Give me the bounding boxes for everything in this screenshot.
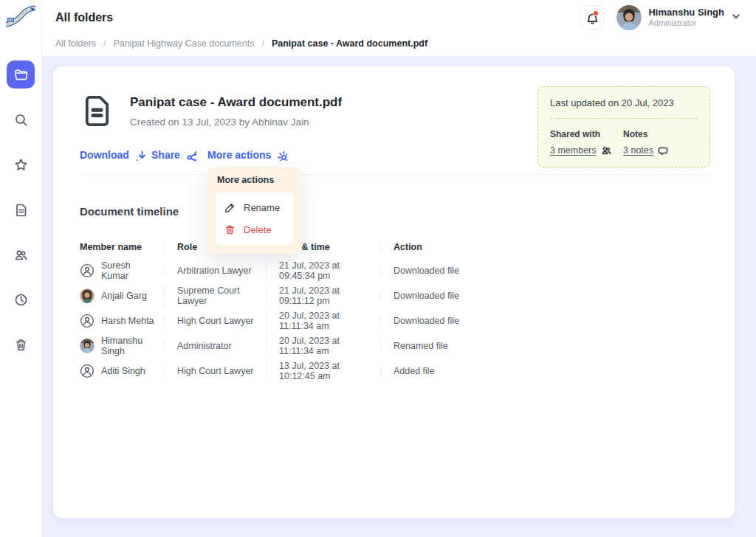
member-name: Aditi Singh xyxy=(101,366,145,376)
more-actions-label: More actions xyxy=(207,149,271,161)
share-label: Share xyxy=(151,149,180,161)
timeline-table-header: Member name Role Date & time Action xyxy=(80,236,712,258)
member-avatar xyxy=(80,263,94,278)
row-datetime: 21 Jul, 2023 at 09:11:12 pm xyxy=(266,285,380,306)
page-title: All folders xyxy=(55,11,113,24)
download-icon xyxy=(134,150,145,161)
trash-icon xyxy=(13,337,29,353)
rename-label: Rename xyxy=(244,202,280,213)
comment-icon xyxy=(658,145,668,156)
member-avatar-icon xyxy=(80,339,94,353)
sidebar-item-starred[interactable] xyxy=(7,150,35,179)
search-icon xyxy=(13,112,29,128)
delete-menu-item[interactable]: Delete xyxy=(224,224,284,235)
breadcrumb-item-case-folder[interactable]: Panipat Highway Case documents xyxy=(113,38,254,49)
column-header-action: Action xyxy=(380,242,712,252)
notes-label: Notes xyxy=(623,129,668,139)
download-label: Download xyxy=(80,149,129,161)
gear-icon xyxy=(276,150,287,161)
download-button[interactable]: Download xyxy=(80,149,151,161)
member-avatar xyxy=(80,339,94,353)
member-role: Arbitration Lawyer xyxy=(164,266,266,276)
row-datetime: 20 Jul, 2023 at 11:11:34 am xyxy=(266,311,380,331)
table-row: Aditi Singh High Court Lawyer 13 Jul, 20… xyxy=(80,358,712,384)
table-row: Anjali Garg Supreme Court Lawyer 21 Jul,… xyxy=(80,283,712,308)
shared-members-link[interactable]: 3 members xyxy=(550,145,623,156)
row-action: Downloaded file xyxy=(380,266,712,276)
star-icon xyxy=(13,157,29,173)
member-role: Administrator xyxy=(164,341,266,351)
more-actions-menu-title: More actions xyxy=(216,175,293,185)
member-name: Himanshu Singh xyxy=(101,336,158,356)
table-row: Suresh Kumar Arbitration Lawyer 21 Jul, … xyxy=(80,258,712,283)
document-icon xyxy=(80,93,114,131)
sidebar-item-search[interactable] xyxy=(7,105,35,134)
member-avatar-icon xyxy=(80,364,94,378)
section-divider xyxy=(80,174,711,175)
member-role: Supreme Court Lawyer xyxy=(164,285,266,306)
sidebar-item-trash[interactable] xyxy=(7,330,35,358)
sidebar xyxy=(0,0,42,537)
user-role: Administrator xyxy=(648,18,724,29)
table-row: Himanshu Singh Administrator 20 Jul, 202… xyxy=(80,333,712,358)
share-button[interactable]: Share xyxy=(151,149,207,161)
document-created-line: Created on 13 Jul, 2023 by Abhinav Jain xyxy=(130,117,342,128)
chevron-down-icon xyxy=(731,11,741,24)
user-name: Himanshu Singh xyxy=(648,7,724,18)
more-actions-menu: More actions Rename Delete xyxy=(207,167,301,254)
breadcrumb-separator: / xyxy=(261,38,264,49)
member-avatar xyxy=(80,288,94,303)
app-root: All folders Himanshu Singh Administrator xyxy=(0,0,756,537)
rename-menu-item[interactable]: Rename xyxy=(224,202,284,213)
member-avatar xyxy=(80,364,94,378)
column-header-member: Member name xyxy=(80,242,164,252)
row-action: Downloaded file xyxy=(380,316,712,326)
notes-link[interactable]: 3 notes xyxy=(623,145,668,156)
document-info-box: Last updated on 20 Jul, 2023 Shared with… xyxy=(537,86,710,167)
document-title: Panipat case - Award document.pdf xyxy=(130,95,342,110)
pencil-icon xyxy=(224,202,236,213)
main-area: All folders Himanshu Singh Administrator xyxy=(42,0,756,537)
notifications-button[interactable] xyxy=(580,5,605,30)
row-action: Added file xyxy=(380,366,712,376)
content-area: Panipat case - Award document.pdf Create… xyxy=(42,56,756,537)
member-avatar xyxy=(80,313,94,328)
member-avatar-icon xyxy=(80,288,94,303)
members-icon xyxy=(601,145,611,156)
timeline-heading: Document timeline xyxy=(80,205,712,218)
member-role: High Court Lawyer xyxy=(164,316,266,326)
row-datetime: 20 Jul, 2023 at 11:11:34 am xyxy=(266,336,380,356)
member-avatar-icon xyxy=(80,263,94,278)
table-row: Harsh Mehta High Court Lawyer 20 Jul, 20… xyxy=(80,308,712,333)
member-role: High Court Lawyer xyxy=(164,366,266,376)
document-card: Panipat case - Award document.pdf Create… xyxy=(53,66,735,518)
notes-count: 3 notes xyxy=(623,145,653,156)
row-datetime: 13 Jul, 2023 at 10:12:45 am xyxy=(266,361,380,381)
sidebar-item-members[interactable] xyxy=(7,240,35,268)
sidebar-item-documents[interactable] xyxy=(7,195,35,224)
folder-icon xyxy=(13,67,29,83)
sidebar-item-recent[interactable] xyxy=(7,285,35,313)
breadcrumb-separator: / xyxy=(103,38,106,49)
last-updated-text: Last updated on 20 Jul, 2023 xyxy=(550,97,698,108)
members-icon xyxy=(13,247,29,263)
user-menu[interactable]: Himanshu Singh Administrator xyxy=(616,5,741,30)
shared-with-label: Shared with xyxy=(550,129,623,139)
timeline-rows: Suresh Kumar Arbitration Lawyer 21 Jul, … xyxy=(80,258,712,384)
member-avatar-icon xyxy=(80,313,94,328)
user-avatar xyxy=(616,5,642,30)
more-actions-button[interactable]: More actions xyxy=(207,149,287,161)
sidebar-item-folders[interactable] xyxy=(7,60,35,89)
sidebar-nav xyxy=(7,60,35,358)
clock-icon xyxy=(13,292,29,308)
highway-logo-icon xyxy=(6,5,35,30)
member-name: Harsh Mehta xyxy=(101,316,154,326)
timeline-table: Member name Role Date & time Action Sure… xyxy=(80,236,712,384)
share-icon xyxy=(185,150,196,161)
row-action: Renamed file xyxy=(380,341,712,351)
member-name: Anjali Garg xyxy=(101,291,147,301)
trash-icon xyxy=(224,224,236,235)
breadcrumb-item-current: Panipat case - Award document.pdf xyxy=(272,38,427,49)
shared-members-count: 3 members xyxy=(550,145,597,156)
breadcrumb-item-all-folders[interactable]: All folders xyxy=(55,38,96,49)
